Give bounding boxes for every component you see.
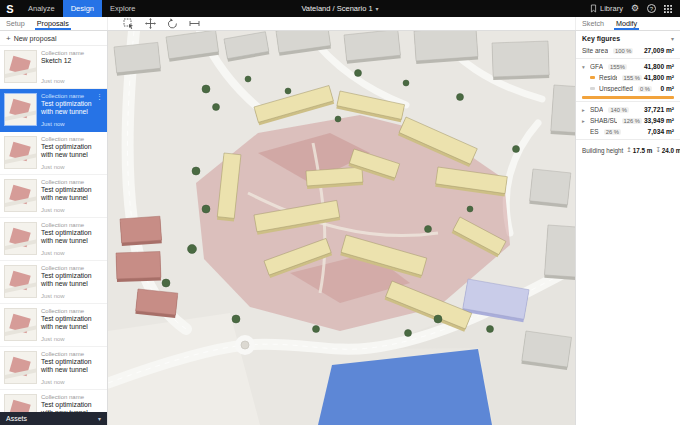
main-area: + New proposal Collection name Sketch 12… (0, 31, 680, 425)
assets-bar[interactable]: Assets ▾ (0, 412, 107, 425)
card-title: Test optimization with new tunnel (41, 143, 103, 159)
proposal-card[interactable]: Collection name Test optimization with n… (0, 175, 107, 218)
card-timestamp: Just now (41, 164, 103, 170)
metric-label: Residential (599, 74, 617, 81)
card-title: Test optimization with new tunnel (41, 358, 103, 374)
tab-proposals[interactable]: Proposals (31, 17, 75, 30)
metric-value: 0 m² (660, 85, 674, 92)
proposal-thumbnail (4, 351, 37, 384)
card-collection: Collection name (41, 136, 103, 142)
card-timestamp: Just now (41, 121, 92, 127)
metric-row-es: ES 26 % 7,034 m² (576, 126, 680, 137)
metric-row-residential: Residential 155 % 41,800 m² (576, 72, 680, 83)
panel-tabs: Sketch Modify (575, 17, 680, 30)
card-collection: Collection name (41, 351, 103, 357)
metric-row-site-area: Site area 100 % 27,009 m² (576, 45, 680, 56)
metric-value: 27,009 m² (644, 47, 674, 54)
canvas-tools (122, 17, 200, 30)
key-figures-header[interactable]: Key figures ▾ (576, 31, 680, 45)
card-collection: Collection name (41, 265, 103, 271)
roundabout (235, 335, 255, 355)
min-height-input[interactable]: ↥ 17.5 m (626, 146, 652, 154)
help-icon[interactable]: ? (647, 4, 656, 13)
card-timestamp: Just now (41, 207, 103, 213)
card-menu-icon[interactable]: ⋮ (96, 93, 103, 127)
proposal-card-selected[interactable]: Collection name Test optimization with n… (0, 89, 107, 132)
nav-explore[interactable]: Explore (102, 0, 143, 17)
measure-tool-button[interactable] (188, 18, 200, 30)
metric-percent-badge: 155 % (622, 75, 642, 81)
card-title: Test optimization with new tunnel (41, 229, 103, 245)
max-height-input[interactable]: ↧ 24.0 m (655, 146, 680, 154)
bookmark-icon (590, 4, 597, 13)
proposal-card[interactable]: Collection name Test optimization with n… (0, 261, 107, 304)
select-tool-button[interactable] (122, 18, 134, 30)
key-figures-panel: Key figures ▾ Site area 100 % 27,009 m² … (575, 31, 680, 425)
building-height-row: Building height ↥ 17.5 m ↧ 24.0 m (576, 142, 680, 158)
min-height-value: 17.5 m (633, 147, 653, 154)
tool-bar: Setup Proposals (0, 17, 680, 31)
library-label: Library (600, 4, 623, 13)
metric-label: SDA (590, 106, 603, 113)
chevron-right-icon: ▸ (582, 107, 588, 113)
spacemaker-logo-icon[interactable]: S (0, 0, 20, 17)
metric-value: 33,949 m² (644, 117, 674, 124)
proposal-card[interactable]: Collection name Test optimization with n… (0, 304, 107, 347)
apps-grid-icon[interactable] (664, 5, 672, 13)
card-collection: Collection name (41, 222, 103, 228)
metric-percent-badge: 0 % (638, 86, 652, 92)
key-figures-title: Key figures (582, 35, 620, 42)
card-title: Sketch 12 (41, 57, 84, 65)
metric-percent-badge: 100 % (613, 48, 633, 54)
project-title-dropdown[interactable]: Vateland / Scenario 1 ▾ (301, 4, 378, 13)
library-button[interactable]: Library (590, 4, 623, 13)
proposal-thumbnail (4, 179, 37, 212)
metric-percent-badge: 140 % (608, 107, 628, 113)
move-tool-button[interactable] (144, 18, 156, 30)
card-collection: Collection name (41, 93, 92, 99)
proposal-card[interactable]: Collection name Test optimization with n… (0, 390, 107, 412)
metric-row-sda[interactable]: ▸ SDA 140 % 37,721 m² (576, 104, 680, 115)
building-height-label: Building height (582, 147, 623, 154)
card-collection: Collection name (41, 50, 84, 56)
metric-label: GFA (590, 63, 603, 70)
proposal-thumbnail (4, 50, 37, 83)
proposal-card[interactable]: Collection name Sketch 12 Just now (0, 46, 107, 89)
nav-analyze[interactable]: Analyze (20, 0, 63, 17)
undo-rotate-tool-button[interactable] (166, 18, 178, 30)
metric-percent-badge: 126 % (622, 118, 642, 124)
max-height-icon: ↧ (655, 146, 660, 154)
metric-percent-badge: 155% (608, 64, 627, 70)
metric-value: 7,034 m² (648, 128, 674, 135)
card-title: Test optimization with new tunnel (41, 186, 103, 202)
proposal-card[interactable]: Collection name Test optimization with n… (0, 132, 107, 175)
sidebar-tabs: Setup Proposals (0, 17, 108, 30)
chevron-right-icon: ▸ (582, 118, 588, 124)
plus-icon: + (6, 34, 11, 43)
max-height-value: 24.0 m (662, 147, 680, 154)
chevron-down-icon: ▾ (671, 35, 674, 42)
proposals-sidebar: + New proposal Collection name Sketch 12… (0, 31, 108, 425)
metric-row-unspecified: Unspecified 0 % 0 m² (576, 83, 680, 94)
proposal-card[interactable]: Collection name Test optimization with n… (0, 347, 107, 390)
map-canvas[interactable] (108, 31, 575, 425)
card-title: Test optimization with new tunnel (41, 272, 103, 288)
tab-setup[interactable]: Setup (0, 17, 31, 30)
card-timestamp: Just now (41, 293, 103, 299)
nav-design[interactable]: Design (63, 0, 102, 17)
chevron-down-icon: ▾ (98, 415, 101, 422)
top-bar: S Analyze Design Explore Vateland / Scen… (0, 0, 680, 17)
tab-modify[interactable]: Modify (610, 17, 643, 30)
new-proposal-label: New proposal (14, 35, 57, 42)
metric-row-shab-su[interactable]: ▸ SHAB/SU 126 % 33,949 m² (576, 115, 680, 126)
card-timestamp: Just now (41, 78, 84, 84)
unspecified-color-chip (590, 87, 595, 90)
settings-gear-icon[interactable]: ⚙ (631, 0, 639, 17)
min-height-icon: ↥ (626, 146, 631, 154)
divider (576, 101, 680, 102)
metric-row-gfa[interactable]: ▾ GFA 155% 41,800 m² (576, 61, 680, 72)
metric-percent-badge: 26 % (604, 129, 621, 135)
proposal-card[interactable]: Collection name Test optimization with n… (0, 218, 107, 261)
new-proposal-button[interactable]: + New proposal (0, 31, 107, 46)
tab-sketch[interactable]: Sketch (576, 17, 610, 30)
